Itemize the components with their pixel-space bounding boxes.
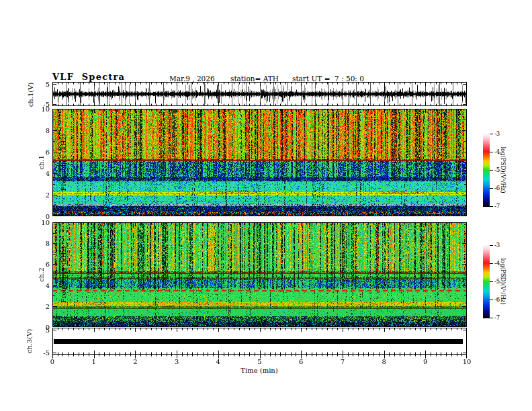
ch1-freq-tick-label: 6 (30, 148, 50, 156)
time-tick-label: 3 (175, 358, 179, 365)
time-tick-label: 10 (463, 358, 472, 365)
colorbar-ch2-tick-mark (490, 318, 493, 318)
ch1-volt-tick-label: 5 (30, 80, 50, 87)
colorbar-ch2-tick-mark (490, 281, 493, 282)
ch1-waveform-panel (52, 82, 467, 106)
time-tick-label: 7 (341, 358, 345, 365)
colorbar-ch1-tick-label: -6 (494, 185, 500, 191)
time-tick-label: 8 (382, 358, 386, 365)
time-tick-label: 6 (299, 358, 303, 365)
ch3-volt-tick-label: 5 (30, 326, 50, 334)
time-tick-label: 0 (50, 358, 54, 365)
colorbar-ch2-tick-mark (490, 300, 493, 300)
vlf-spectra-figure: VLF Spectra Mar.9 , 2026 station= ATH st… (0, 0, 532, 411)
ch2-freq-tick-label: 2 (30, 302, 50, 310)
ch2-freq-tick-label: 6 (30, 261, 50, 268)
colorbar-ch2-tick-label: -7 (494, 314, 500, 321)
ch2-label-line2: Frequency (kHz) (60, 234, 67, 315)
time-axis-title: Time (min) (240, 367, 277, 374)
time-tick-label: 1 (92, 358, 96, 365)
colorbar-ch2-gradient (483, 244, 490, 318)
ch2-freq-tick-label: 8 (30, 240, 50, 247)
ch1-freq-tick-label: 8 (30, 127, 50, 134)
colorbar-ch1-gradient (483, 133, 490, 207)
ch1-spectrogram-panel (52, 109, 467, 216)
colorbar-ch1-tick-mark (490, 152, 493, 152)
time-tick-label: 2 (133, 358, 137, 365)
colorbar-ch2-tick-mark (490, 245, 493, 246)
colorbar-ch2-tick-label: -5 (494, 278, 500, 285)
ch1-freq-tick-label: 0 (30, 213, 50, 220)
colorbar-ch1-tick-mark (490, 134, 493, 134)
figure-title: VLF Spectra (52, 72, 125, 82)
colorbar-ch1-tick-label: -3 (494, 130, 500, 137)
time-tick-label: 5 (257, 358, 261, 365)
colorbar-ch1-tick-label: -4 (494, 148, 500, 155)
colorbar-ch1-tick-mark (490, 170, 493, 171)
time-tick-label: 9 (423, 358, 427, 365)
ch1-label-line2: Frequency (kHz) (60, 122, 67, 203)
colorbar-ch1-tick-label: -7 (494, 203, 500, 210)
ch1-volt-tick-label: -5 (30, 101, 50, 108)
ch2-freq-tick-label: 4 (30, 281, 50, 289)
colorbar-ch2-tick-label: -4 (494, 260, 500, 267)
colorbar-ch1-tick-label: -5 (494, 167, 500, 173)
colorbar-ch1-tick-mark (490, 206, 493, 207)
ch1-freq-tick-label: 4 (30, 170, 50, 177)
time-tick-label: 4 (216, 358, 220, 365)
ch3-volt-tick-label: -5 (30, 349, 50, 356)
colorbar-ch2-tick-label: -3 (494, 242, 500, 248)
colorbar-ch1-tick-mark (490, 188, 493, 189)
colorbar-ch2-tick-mark (490, 263, 493, 264)
colorbar-ch2-tick-label: -6 (494, 296, 500, 303)
ch1-freq-tick-label: 2 (30, 191, 50, 199)
ch2-spectrogram-panel (52, 222, 467, 327)
